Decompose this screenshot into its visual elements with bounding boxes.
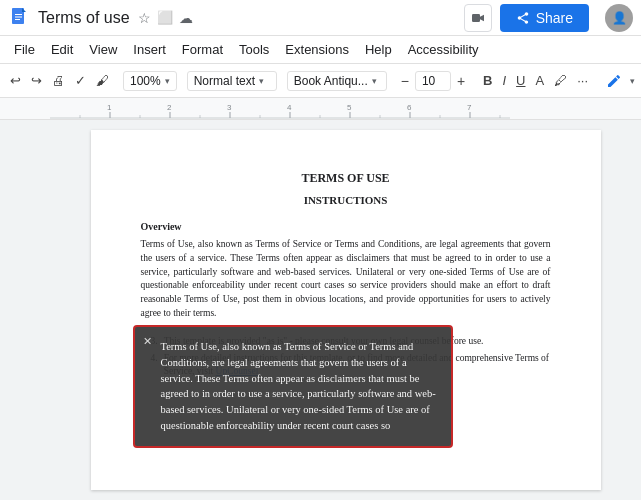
undo-button[interactable]: ↩ [6, 70, 25, 91]
document-title[interactable]: Terms of use [38, 9, 130, 27]
fontsize-dropdown[interactable]: 10 [415, 71, 451, 91]
font-value: Book Antiqu... [294, 74, 368, 88]
edit-caret[interactable]: ▾ [630, 76, 635, 86]
page-subtitle: INSTRUCTIONS [141, 193, 551, 208]
menu-view[interactable]: View [83, 40, 123, 59]
svg-rect-2 [15, 14, 22, 15]
text-color-button[interactable]: A [531, 70, 548, 91]
italic-button[interactable]: I [498, 70, 510, 91]
svg-text:6: 6 [407, 103, 412, 112]
docs-icon [8, 6, 32, 30]
page-title: TERMS OF USE [141, 170, 551, 187]
tooltip-content: Terms of Use, also known as Terms of Ser… [161, 339, 437, 434]
svg-text:5: 5 [347, 103, 352, 112]
svg-text:3: 3 [227, 103, 232, 112]
svg-text:4: 4 [287, 103, 292, 112]
menu-format[interactable]: Format [176, 40, 229, 59]
menu-file[interactable]: File [8, 40, 41, 59]
meet-icon[interactable] [464, 4, 492, 32]
increase-font-button[interactable]: + [453, 70, 469, 92]
font-caret: ▾ [372, 76, 377, 86]
title-bar: Terms of use ☆ ⬜ ☁ Share 👤 [0, 0, 641, 36]
tooltip-popup: ✕ Terms of Use, also known as Terms of S… [133, 325, 453, 448]
svg-rect-5 [472, 14, 480, 22]
zoom-dropdown[interactable]: 100% ▾ [123, 71, 177, 91]
underline-button[interactable]: U [512, 70, 529, 91]
menu-help[interactable]: Help [359, 40, 398, 59]
menu-bar: File Edit View Insert Format Tools Exten… [0, 36, 641, 64]
redo-button[interactable]: ↪ [27, 70, 46, 91]
zoom-caret: ▾ [165, 76, 170, 86]
document-area: TERMS OF USE INSTRUCTIONS Overview Terms… [0, 120, 641, 500]
svg-rect-3 [15, 16, 22, 17]
spellcheck-button[interactable]: ✓ [71, 70, 90, 91]
style-value: Normal text [194, 74, 255, 88]
menu-tools[interactable]: Tools [233, 40, 275, 59]
menu-accessibility[interactable]: Accessibility [402, 40, 485, 59]
zoom-value: 100% [130, 74, 161, 88]
more-button[interactable]: ··· [573, 70, 592, 91]
fontsize-value: 10 [422, 74, 435, 88]
toolbar: ↩ ↪ 🖨 ✓ 🖌 100% ▾ Normal text ▾ Book Anti… [0, 64, 641, 98]
paint-format-button[interactable]: 🖌 [92, 70, 113, 91]
star-icon[interactable]: ☆ [138, 10, 151, 26]
svg-rect-4 [15, 19, 20, 20]
cloud-icon[interactable]: ☁ [179, 10, 193, 26]
decrease-font-button[interactable]: − [397, 70, 413, 92]
font-dropdown[interactable]: Book Antiqu... ▾ [287, 71, 387, 91]
print-button[interactable]: 🖨 [48, 70, 69, 91]
svg-text:7: 7 [467, 103, 472, 112]
bold-button[interactable]: B [479, 70, 496, 91]
tooltip-close-button[interactable]: ✕ [143, 333, 152, 350]
menu-extensions[interactable]: Extensions [279, 40, 355, 59]
svg-marker-6 [480, 14, 484, 21]
svg-text:2: 2 [167, 103, 172, 112]
overview-heading: Overview [141, 220, 551, 234]
title-icons: ☆ ⬜ ☁ [138, 10, 193, 26]
overview-body: Terms of Use, also known as Terms of Ser… [141, 238, 551, 321]
style-caret: ▾ [259, 76, 264, 86]
menu-insert[interactable]: Insert [127, 40, 172, 59]
share-button[interactable]: Share [500, 4, 589, 32]
document-page: TERMS OF USE INSTRUCTIONS Overview Terms… [91, 130, 601, 490]
share-label: Share [536, 10, 573, 26]
user-avatar[interactable]: 👤 [605, 4, 633, 32]
folder-icon[interactable]: ⬜ [157, 10, 173, 25]
left-gutter [0, 120, 50, 500]
svg-text:1: 1 [107, 103, 112, 112]
highlight-button[interactable]: 🖊 [550, 70, 571, 91]
edit-icon-button[interactable] [602, 70, 626, 92]
ruler: 1 2 3 4 5 6 7 [0, 98, 641, 120]
style-dropdown[interactable]: Normal text ▾ [187, 71, 277, 91]
menu-edit[interactable]: Edit [45, 40, 79, 59]
